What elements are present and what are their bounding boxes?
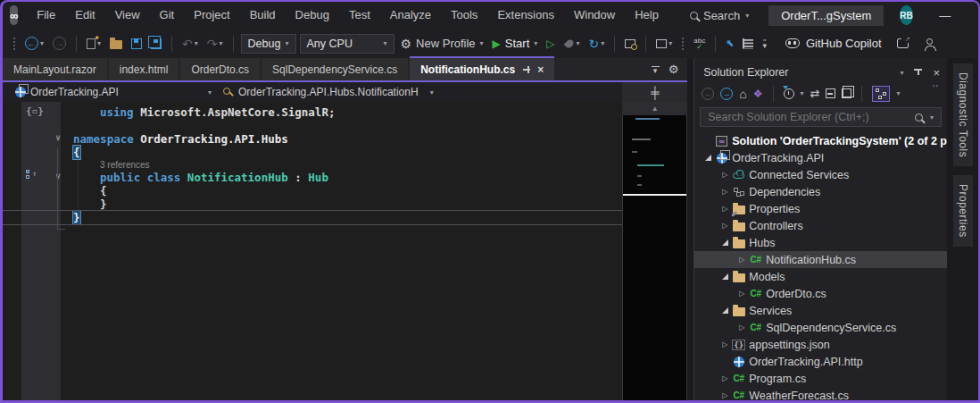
tree-item-dependencies[interactable]: ▷Dependencies bbox=[694, 183, 947, 200]
find-in-files-button[interactable] bbox=[622, 38, 638, 50]
solution-configuration-dropdown[interactable]: Debug▾ bbox=[241, 34, 296, 54]
menu-view[interactable]: View bbox=[105, 2, 150, 29]
se-back-button[interactable]: ← bbox=[702, 88, 714, 100]
side-tab-properties[interactable]: Properties bbox=[953, 175, 973, 247]
minimize-button[interactable]: — bbox=[926, 2, 965, 29]
pending-changes-filter-icon[interactable] bbox=[784, 88, 794, 99]
type-dropdown[interactable]: OrderTracking.API.Hubs.NotificationH ▾ bbox=[217, 82, 439, 102]
toolbar-overflow-icon[interactable]: '' bbox=[933, 84, 940, 94]
start-debugging-button[interactable]: ▶ Start ▾ bbox=[490, 35, 541, 52]
hot-reload-button[interactable]: ▾ bbox=[561, 38, 583, 50]
spell-check-button[interactable]: abc✓ bbox=[691, 36, 708, 52]
se-forward-button[interactable]: → bbox=[720, 88, 733, 100]
maximize-button[interactable] bbox=[965, 2, 978, 29]
tab-settings-gear-icon[interactable]: ⚙ bbox=[669, 63, 679, 76]
tab-mainlayout.razor[interactable]: MainLayout.razor bbox=[3, 58, 107, 80]
menu-tools[interactable]: Tools bbox=[441, 2, 487, 29]
new-item-button[interactable]: ▾ bbox=[84, 37, 104, 51]
expander-collapsed-icon[interactable]: ▷ bbox=[718, 188, 731, 196]
tree-item-services[interactable]: Services bbox=[694, 302, 947, 319]
solution-platform-dropdown[interactable]: Any CPU▾ bbox=[300, 34, 394, 54]
filter-chevron-icon[interactable]: ▾ bbox=[801, 89, 804, 97]
tab-notificationhub.cs[interactable]: NotificationHub.cs× bbox=[410, 56, 554, 80]
new-profile-button[interactable]: ⚙ New Profile ▾ bbox=[398, 35, 486, 53]
toolbar-grip[interactable] bbox=[12, 37, 16, 51]
expander-expanded-icon[interactable] bbox=[718, 273, 731, 280]
pin-tab-icon[interactable] bbox=[523, 66, 530, 73]
expander-collapsed-icon[interactable]: ▷ bbox=[718, 222, 731, 230]
expander-collapsed-icon[interactable]: ▷ bbox=[735, 290, 748, 298]
tab-orderdto.cs[interactable]: OrderDto.cs bbox=[180, 58, 260, 80]
close-tab-icon[interactable]: × bbox=[537, 63, 544, 76]
expander-collapsed-icon[interactable]: ▷ bbox=[718, 340, 731, 348]
redo-button[interactable]: ↷▾ bbox=[204, 35, 226, 53]
tree-item-controllers[interactable]: ▷Controllers bbox=[694, 217, 947, 234]
expander-expanded-icon[interactable] bbox=[718, 239, 731, 246]
panel-close-icon[interactable]: × bbox=[933, 66, 940, 80]
tab-index.html[interactable]: index.html bbox=[109, 58, 179, 80]
menu-edit[interactable]: Edit bbox=[65, 2, 104, 29]
tree-item-program.cs[interactable]: ▷C#Program.cs bbox=[694, 370, 947, 387]
format-indent-button[interactable] bbox=[740, 37, 756, 51]
switch-views-icon[interactable]: ❖ bbox=[753, 88, 763, 100]
menu-project[interactable]: Project bbox=[184, 2, 239, 29]
tree-item-ordertracking.api[interactable]: OrderTracking.API bbox=[694, 149, 947, 166]
tree-item-weatherforecast.cs[interactable]: ▷C#WeatherForecast.cs bbox=[694, 387, 947, 400]
solution-explorer-title-bar[interactable]: Solution Explorer ▾ × bbox=[694, 58, 947, 81]
expander-collapsed-icon[interactable]: ▷ bbox=[718, 391, 731, 399]
menu-window[interactable]: Window bbox=[564, 2, 625, 29]
tree-item-properties[interactable]: ▷Properties bbox=[694, 200, 947, 217]
menu-extensions[interactable]: Extensions bbox=[487, 2, 564, 29]
toolbar-overflow-button[interactable]: ''▾ bbox=[760, 38, 769, 49]
editor-split-handle[interactable]: ╪ bbox=[622, 82, 687, 102]
track-chevron-icon[interactable]: ▾ bbox=[896, 89, 900, 97]
menu-build[interactable]: Build bbox=[240, 2, 286, 29]
expander-collapsed-icon[interactable]: ▷ bbox=[718, 205, 731, 213]
tree-item-ordertracking.api.http[interactable]: OrderTracking.API.http bbox=[694, 353, 947, 370]
minimap[interactable] bbox=[622, 115, 687, 400]
collapse-all-icon[interactable] bbox=[826, 88, 835, 98]
tree-item-orderdto.cs[interactable]: ▷C#OrderDto.cs bbox=[694, 285, 947, 302]
navigate-forward-button[interactable]: → bbox=[50, 35, 69, 52]
open-folder-button[interactable] bbox=[107, 36, 125, 51]
document-list-dropdown-icon[interactable]: ▾ bbox=[652, 66, 660, 73]
account-feedback-button[interactable] bbox=[915, 37, 943, 50]
account-avatar[interactable]: RB bbox=[900, 5, 912, 25]
home-icon[interactable]: ⌂ bbox=[739, 87, 746, 101]
panel-splitter[interactable] bbox=[687, 58, 693, 400]
panel-menu-chevron-icon[interactable]: ▾ bbox=[900, 69, 903, 77]
expander-collapsed-icon[interactable]: ▷ bbox=[735, 256, 748, 264]
start-without-debugging-button[interactable]: ▷ bbox=[544, 36, 557, 52]
undo-button[interactable]: ↶▾ bbox=[179, 35, 201, 53]
side-tab-diagnostic-tools[interactable]: Diagnostic Tools bbox=[953, 63, 973, 166]
share-button[interactable] bbox=[885, 37, 911, 50]
expander-collapsed-icon[interactable]: ▷ bbox=[735, 323, 748, 332]
menu-git[interactable]: Git bbox=[150, 2, 185, 29]
save-button[interactable] bbox=[129, 37, 145, 51]
menu-help[interactable]: Help bbox=[625, 2, 669, 29]
tree-item-notificationhub.cs[interactable]: ▷C#NotificationHub.cs bbox=[694, 251, 947, 268]
navigate-back-button[interactable]: ←▾ bbox=[22, 35, 46, 52]
expander-collapsed-icon[interactable]: ▷ bbox=[718, 374, 731, 382]
project-dropdown[interactable]: OrderTracking.API ▾ bbox=[10, 82, 217, 102]
restart-button[interactable]: ↻▾ bbox=[586, 35, 608, 53]
menu-file[interactable]: File bbox=[27, 2, 65, 29]
tree-item-hubs[interactable]: Hubs bbox=[694, 234, 947, 251]
preview-selected-items-icon[interactable] bbox=[842, 88, 851, 98]
search-box[interactable]: ▾ bbox=[700, 107, 942, 127]
menu-test[interactable]: Test bbox=[339, 2, 380, 29]
tree-item-appsettings.json[interactable]: ▷{}appsettings.json bbox=[694, 336, 947, 353]
pin-icon[interactable] bbox=[914, 69, 922, 77]
save-all-button[interactable] bbox=[148, 37, 164, 51]
intellisense-button[interactable]: ⬉ bbox=[723, 36, 736, 51]
github-copilot-button[interactable]: GitHub Copilot bbox=[785, 37, 882, 50]
scroll-up-button[interactable]: ▲ bbox=[622, 102, 687, 115]
window-layout-button[interactable]: ▾ bbox=[653, 38, 675, 50]
track-active-item-button[interactable] bbox=[872, 86, 890, 102]
expander-expanded-icon[interactable] bbox=[718, 307, 731, 314]
tree-item-models[interactable]: Models bbox=[694, 268, 947, 285]
expander-expanded-icon[interactable] bbox=[702, 155, 714, 161]
tree-item-connected-services[interactable]: ▷Connected Services bbox=[694, 166, 947, 183]
tree-item-sqldependencyservice.cs[interactable]: ▷C#SqlDependencyService.cs bbox=[694, 319, 947, 336]
expander-collapsed-icon[interactable]: ▷ bbox=[718, 171, 731, 179]
